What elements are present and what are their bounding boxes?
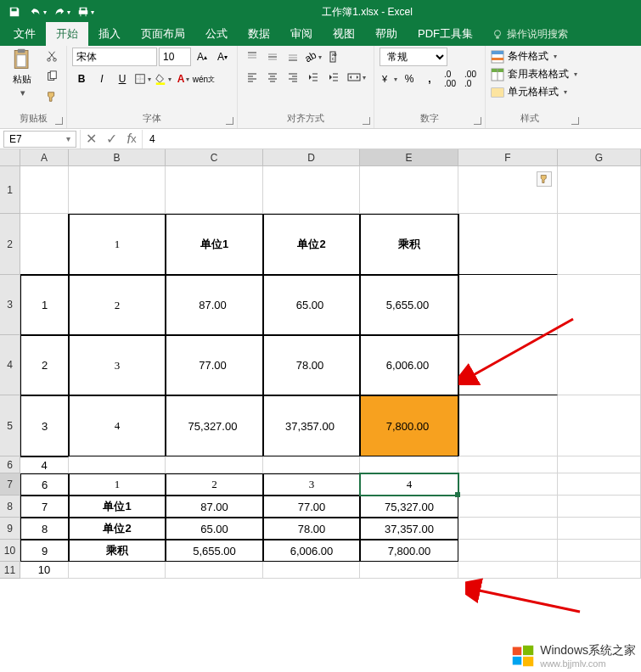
cell-E6[interactable] <box>360 456 458 473</box>
cell-F2[interactable] <box>458 214 558 275</box>
cell-E2[interactable]: 乘积 <box>360 214 458 275</box>
font-size-combo[interactable] <box>159 48 191 66</box>
cell-D1[interactable] <box>263 166 360 214</box>
align-middle-button[interactable] <box>263 48 282 66</box>
cell-E8[interactable]: 75,327.00 <box>360 496 458 518</box>
cell-D11[interactable] <box>263 562 360 579</box>
cell-D10[interactable]: 6,006.00 <box>263 540 360 562</box>
tab-data[interactable]: 数据 <box>238 22 280 46</box>
row-header-10[interactable]: 10 <box>0 540 20 562</box>
redo-button[interactable]: ▾ <box>51 2 73 22</box>
cell-B8[interactable]: 单位1 <box>69 496 166 518</box>
cell-D6[interactable] <box>263 456 360 473</box>
accounting-format-button[interactable]: ¥▾ <box>380 70 398 88</box>
cell-E3[interactable]: 5,655.00 <box>360 275 458 335</box>
cell-C2[interactable]: 单位1 <box>166 214 263 275</box>
cell-F6[interactable] <box>458 456 558 473</box>
col-header-F[interactable]: F <box>458 149 558 166</box>
row-header-7[interactable]: 7 <box>0 473 20 496</box>
merge-center-button[interactable]: ▾ <box>345 68 368 87</box>
paste-button[interactable]: 粘贴 ▾ <box>5 48 39 98</box>
cell-F10[interactable] <box>458 540 558 562</box>
cell-C7[interactable]: 2 <box>166 473 263 496</box>
align-left-button[interactable] <box>243 68 261 87</box>
cell-A4[interactable]: 2 <box>20 335 69 395</box>
insert-function-button[interactable]: fx <box>121 130 142 148</box>
cell-B10[interactable]: 乘积 <box>69 540 166 562</box>
format-painter-button[interactable] <box>42 88 61 105</box>
increase-decimal-button[interactable]: .0.00 <box>441 70 459 88</box>
cell-G3[interactable] <box>558 275 641 335</box>
format-as-table-button[interactable]: 套用表格格式▾ <box>491 65 577 83</box>
cell-C4[interactable]: 77.00 <box>166 335 263 395</box>
align-center-button[interactable] <box>263 68 282 87</box>
row-header-8[interactable]: 8 <box>0 496 20 518</box>
border-button[interactable]: ▾ <box>133 70 152 88</box>
cell-A7[interactable]: 6 <box>20 473 69 496</box>
cell-G9[interactable] <box>558 518 641 540</box>
wrap-text-button[interactable]: abc <box>324 48 348 66</box>
select-all-corner[interactable] <box>0 149 20 166</box>
cell-B4[interactable]: 3 <box>69 335 166 395</box>
increase-indent-button[interactable] <box>324 68 343 87</box>
cell-B2[interactable]: 1 <box>69 214 166 275</box>
decrease-decimal-button[interactable]: .00.0 <box>461 70 480 88</box>
enter-formula-button[interactable]: ✓ <box>101 130 121 148</box>
cell-B7[interactable]: 1 <box>69 473 166 496</box>
tell-me-search[interactable]: 操作说明搜索 <box>483 23 576 46</box>
print-preview-button[interactable]: ▾ <box>75 2 97 22</box>
cell-B1[interactable] <box>69 166 166 214</box>
copy-button[interactable] <box>42 68 61 85</box>
col-header-D[interactable]: D <box>263 149 360 166</box>
conditional-formatting-button[interactable]: 条件格式▾ <box>491 48 577 65</box>
tab-pdf-tools[interactable]: PDF工具集 <box>408 22 483 46</box>
row-header-9[interactable]: 9 <box>0 518 20 540</box>
col-header-A[interactable]: A <box>20 149 69 166</box>
cell-F11[interactable] <box>458 562 558 579</box>
cell-A5[interactable]: 3 <box>20 395 69 456</box>
cell-A1[interactable] <box>20 166 69 214</box>
cell-F1[interactable] <box>458 166 558 214</box>
cell-C11[interactable] <box>166 562 263 579</box>
cell-E10[interactable]: 7,800.00 <box>360 540 458 562</box>
cell-F3[interactable] <box>458 275 558 335</box>
cell-F4[interactable] <box>458 335 558 395</box>
col-header-E[interactable]: E <box>360 149 458 166</box>
cell-E9[interactable]: 37,357.00 <box>360 518 458 540</box>
number-format-combo[interactable]: 常规 <box>380 48 447 66</box>
name-box[interactable]: E7▾ <box>3 131 76 148</box>
cell-D7[interactable]: 3 <box>263 473 360 496</box>
decrease-font-button[interactable]: A▾ <box>213 48 232 66</box>
phonetic-guide-button[interactable]: wén文 <box>194 70 213 88</box>
col-header-C[interactable]: C <box>166 149 263 166</box>
fill-handle[interactable] <box>455 492 460 497</box>
cell-C9[interactable]: 65.00 <box>166 518 263 540</box>
cell-D5[interactable]: 37,357.00 <box>263 395 360 456</box>
formula-input[interactable]: 4 <box>143 133 641 145</box>
cell-A8[interactable]: 7 <box>20 496 69 518</box>
undo-button[interactable]: ▾ <box>27 2 49 22</box>
tab-insert[interactable]: 插入 <box>88 22 131 46</box>
cell-styles-button[interactable]: 单元格样式▾ <box>491 83 577 101</box>
cell-A11[interactable]: 10 <box>20 562 69 579</box>
tab-formulas[interactable]: 公式 <box>195 22 238 46</box>
percent-button[interactable]: % <box>400 70 419 88</box>
tab-review[interactable]: 审阅 <box>280 22 323 46</box>
cell-E5[interactable]: 7,800.00 <box>360 395 458 456</box>
cell-D4[interactable]: 78.00 <box>263 335 360 395</box>
cell-G2[interactable] <box>558 214 641 275</box>
align-right-button[interactable] <box>284 68 302 87</box>
row-header-5[interactable]: 5 <box>0 395 20 456</box>
cell-G8[interactable] <box>558 496 641 518</box>
worksheet-grid[interactable]: A B C D E F G 1 2 1 单位1 单位2 乘积 3 1 2 87.… <box>0 149 641 672</box>
cell-G6[interactable] <box>558 456 641 473</box>
row-header-3[interactable]: 3 <box>0 275 20 335</box>
row-header-11[interactable]: 11 <box>0 562 20 579</box>
row-header-4[interactable]: 4 <box>0 335 20 395</box>
save-button[interactable] <box>3 2 25 22</box>
cell-B11[interactable] <box>69 562 166 579</box>
cell-D2[interactable]: 单位2 <box>263 214 360 275</box>
cell-A6[interactable]: 4 <box>20 456 69 473</box>
cell-C1[interactable] <box>166 166 263 214</box>
cell-E1[interactable] <box>360 166 458 214</box>
